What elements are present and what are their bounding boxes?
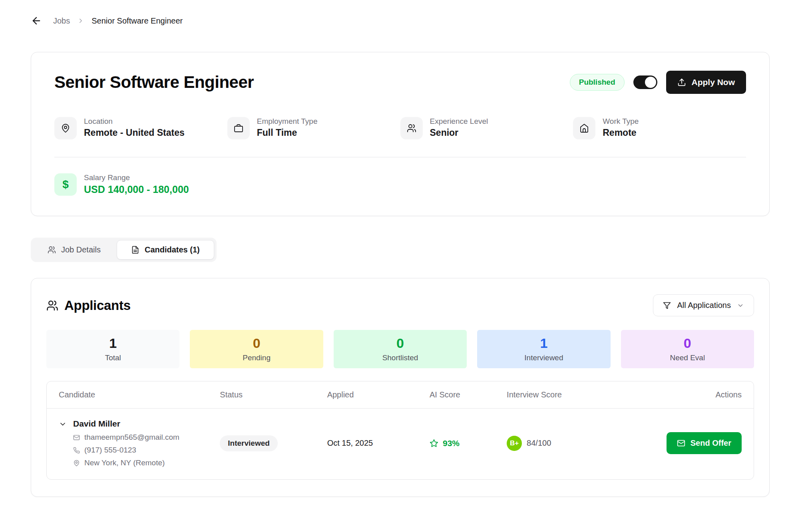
star-icon bbox=[430, 439, 438, 448]
send-offer-label: Send Offer bbox=[691, 439, 731, 448]
arrow-left-icon bbox=[31, 15, 42, 26]
mail-icon bbox=[677, 439, 685, 447]
status-cell: Interviewed bbox=[220, 435, 327, 451]
tab-candidates[interactable]: Candidates (1) bbox=[117, 240, 214, 260]
info-location: Location Remote - United States bbox=[54, 117, 227, 139]
send-offer-button[interactable]: Send Offer bbox=[667, 432, 742, 454]
filter-icon bbox=[663, 302, 671, 310]
breadcrumb-trail: Jobs Senior Software Engineer bbox=[53, 16, 183, 26]
candidate-phone: (917) 555-0123 bbox=[73, 446, 179, 455]
salary-label: Salary Range bbox=[84, 173, 189, 182]
col-candidate: Candidate bbox=[59, 390, 220, 399]
home-icon bbox=[573, 117, 595, 139]
users-icon bbox=[46, 300, 58, 312]
tab-label: Job Details bbox=[61, 245, 101, 254]
divider bbox=[54, 157, 746, 157]
applicant-stats: 1 Total 0 Pending 0 Shortlisted 1 Interv… bbox=[46, 330, 754, 368]
toggle-knob bbox=[645, 77, 656, 88]
applied-date: Oct 15, 2025 bbox=[327, 439, 430, 448]
interview-score-value: 84/100 bbox=[527, 439, 551, 448]
job-detail-page: Jobs Senior Software Engineer Senior Sof… bbox=[0, 0, 800, 532]
stat-label: Need Eval bbox=[670, 353, 705, 362]
stat-value: 0 bbox=[684, 336, 691, 350]
phone-text: (917) 555-0123 bbox=[84, 446, 136, 455]
applications-filter-dropdown[interactable]: All Applications bbox=[653, 294, 754, 316]
stat-label: Interviewed bbox=[524, 353, 563, 362]
info-employment-type: Employment Type Full Time bbox=[227, 117, 400, 139]
stat-value: 1 bbox=[540, 336, 547, 350]
tab-label: Candidates (1) bbox=[145, 245, 200, 254]
stat-total: 1 Total bbox=[46, 330, 179, 368]
info-value: Senior bbox=[430, 127, 488, 138]
map-pin-icon bbox=[54, 117, 77, 139]
stat-label: Total bbox=[105, 353, 121, 362]
email-text: thameempn565@gmail.com bbox=[84, 433, 179, 442]
dollar-icon: $ bbox=[54, 173, 77, 196]
users-icon bbox=[400, 117, 423, 139]
candidates-table: Candidate Status Applied AI Score Interv… bbox=[46, 381, 754, 480]
stat-label: Shortlisted bbox=[382, 353, 418, 362]
stat-pending: 0 Pending bbox=[190, 330, 323, 368]
breadcrumb: Jobs Senior Software Engineer bbox=[31, 14, 770, 27]
chevron-right-icon bbox=[77, 17, 84, 24]
col-status: Status bbox=[220, 390, 327, 399]
chevron-down-icon bbox=[737, 302, 744, 309]
table-row: David Miller thameempn565@gmail.com (917… bbox=[47, 409, 754, 479]
salary-value: USD 140,000 - 180,000 bbox=[84, 184, 189, 195]
apply-now-button[interactable]: Apply Now bbox=[666, 71, 746, 94]
stat-shortlisted: 0 Shortlisted bbox=[334, 330, 467, 368]
candidate-name: David Miller bbox=[73, 419, 179, 429]
col-applied: Applied bbox=[327, 390, 430, 399]
table-header-row: Candidate Status Applied AI Score Interv… bbox=[47, 381, 754, 409]
chevron-down-icon bbox=[59, 420, 67, 428]
filter-label: All Applications bbox=[677, 301, 731, 310]
applicants-card: Applicants All Applications 1 Total 0 Pe… bbox=[31, 278, 770, 497]
page-title: Senior Software Engineer bbox=[54, 73, 254, 92]
phone-icon bbox=[73, 447, 80, 454]
stat-value: 1 bbox=[109, 336, 117, 350]
location-text: New York, NY (Remote) bbox=[84, 459, 165, 467]
breadcrumb-jobs[interactable]: Jobs bbox=[53, 16, 70, 26]
candidate-location: New York, NY (Remote) bbox=[73, 459, 179, 467]
map-pin-icon bbox=[73, 460, 80, 466]
info-value: Remote - United States bbox=[84, 127, 185, 138]
job-info-grid: Location Remote - United States Employme… bbox=[54, 117, 746, 139]
stat-interviewed: 1 Interviewed bbox=[477, 330, 610, 368]
col-interview-score: Interview Score bbox=[507, 390, 645, 399]
info-label: Work Type bbox=[603, 117, 639, 126]
breadcrumb-current: Senior Software Engineer bbox=[92, 16, 183, 26]
grade-badge: B+ bbox=[507, 436, 522, 451]
mail-icon bbox=[73, 434, 80, 441]
info-work-type: Work Type Remote bbox=[573, 117, 746, 139]
info-experience-level: Experience Level Senior bbox=[400, 117, 573, 139]
upload-icon bbox=[677, 78, 686, 87]
tab-job-details[interactable]: Job Details bbox=[33, 240, 115, 260]
applicants-title: Applicants bbox=[64, 298, 131, 313]
publish-toggle[interactable] bbox=[633, 75, 657, 89]
file-text-icon bbox=[131, 246, 139, 254]
info-label: Experience Level bbox=[430, 117, 488, 126]
info-label: Employment Type bbox=[257, 117, 318, 126]
candidate-cell: David Miller thameempn565@gmail.com (917… bbox=[59, 419, 220, 467]
info-value: Full Time bbox=[257, 127, 318, 138]
col-ai-score: AI Score bbox=[430, 390, 507, 399]
expand-row-button[interactable] bbox=[59, 420, 67, 428]
ai-score-cell: 93% bbox=[430, 439, 507, 448]
status-badge: Published bbox=[570, 74, 625, 91]
ai-score-value: 93% bbox=[443, 439, 460, 448]
stat-value: 0 bbox=[253, 336, 261, 350]
tab-bar: Job Details Candidates (1) bbox=[31, 238, 217, 262]
info-label: Location bbox=[84, 117, 185, 126]
stat-need-eval: 0 Need Eval bbox=[621, 330, 754, 368]
salary-range: $ Salary Range USD 140,000 - 180,000 bbox=[54, 173, 746, 196]
info-value: Remote bbox=[603, 127, 639, 138]
candidate-email: thameempn565@gmail.com bbox=[73, 433, 179, 442]
job-summary-card: Senior Software Engineer Published Apply… bbox=[31, 52, 770, 216]
briefcase-icon bbox=[227, 117, 250, 139]
status-badge: Interviewed bbox=[220, 435, 278, 451]
back-button[interactable] bbox=[31, 15, 42, 26]
apply-now-label: Apply Now bbox=[692, 77, 735, 87]
interview-score-cell: B+ 84/100 bbox=[507, 436, 645, 451]
stat-value: 0 bbox=[396, 336, 404, 350]
users-icon bbox=[48, 246, 56, 254]
